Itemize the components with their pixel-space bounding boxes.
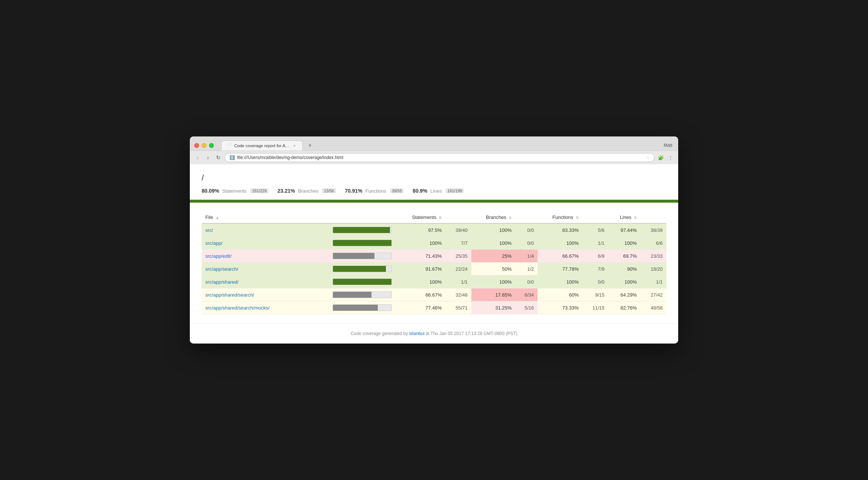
- stmt-pct-cell: 100%: [396, 237, 445, 250]
- line-num-cell: 1/1: [640, 276, 666, 288]
- fn-num-cell: 0/0: [582, 276, 608, 288]
- functions-sort-icon: ⇅: [576, 216, 579, 220]
- stmt-pct-cell: 66.67%: [396, 288, 445, 301]
- functions-badge: 39/55: [390, 188, 404, 193]
- functions-pct: 70.91%: [345, 188, 362, 194]
- branch-num-cell: 0/0: [515, 237, 538, 250]
- active-tab[interactable]: 📄 Code coverage report for All fi ×: [221, 141, 303, 151]
- file-link[interactable]: src/app/shared/search/mocks/: [205, 305, 269, 311]
- tab-close-button[interactable]: ×: [292, 143, 297, 148]
- progress-cell: [330, 301, 396, 314]
- address-bar[interactable]: ℹ️ file:///Users/mraible/dev/ng-demo/cov…: [225, 153, 655, 162]
- th-statements-label: Statements: [412, 214, 437, 220]
- footer: Code coverage generated by istanbul at T…: [190, 323, 678, 344]
- file-link[interactable]: src/: [205, 227, 213, 233]
- branch-num-cell: 6/34: [515, 288, 538, 301]
- file-cell: src/: [202, 223, 330, 237]
- title-bar-top: 📄 Code coverage report for All fi × + Ma…: [190, 136, 678, 151]
- branch-pct-cell: 50%: [471, 263, 515, 276]
- fn-num-cell: 1/1: [582, 237, 608, 250]
- file-cell: src/app/shared/search/: [202, 288, 330, 301]
- branch-num-cell: 5/16: [515, 301, 538, 314]
- branch-pct-cell: 100%: [471, 276, 515, 288]
- file-link[interactable]: src/app/shared/: [205, 279, 239, 285]
- maximize-button[interactable]: [209, 143, 214, 148]
- progress-cell: [330, 237, 396, 250]
- line-num-cell: 27/42: [640, 288, 666, 301]
- file-link[interactable]: src/app/edit/: [205, 253, 232, 259]
- coverage-table: File ▲ Statements ⇅ Branches ⇅: [202, 212, 666, 314]
- table-row: src/app/100%7/7100%0/0100%1/1100%6/6: [202, 237, 666, 250]
- branch-num-cell: 0/0: [515, 223, 538, 237]
- th-lines-label: Lines: [620, 214, 631, 220]
- fn-num-cell: 5/6: [582, 223, 608, 237]
- line-num-cell: 48/58: [640, 301, 666, 314]
- branches-sort-icon: ⇅: [509, 216, 512, 220]
- th-functions[interactable]: Functions ⇅: [538, 212, 582, 223]
- th-file-label: File: [205, 214, 213, 220]
- more-icon[interactable]: ⋮: [666, 153, 674, 162]
- refresh-button[interactable]: ↻: [214, 153, 222, 162]
- footer-text-before: Code coverage generated by: [351, 331, 409, 336]
- fn-pct-cell: 77.78%: [538, 263, 582, 276]
- minimize-button[interactable]: [202, 143, 206, 148]
- tab-favicon-icon: 📄: [227, 143, 232, 148]
- fn-pct-cell: 73.33%: [538, 301, 582, 314]
- fn-num-cell: 6/9: [582, 250, 608, 263]
- th-branches-num: [515, 212, 538, 223]
- th-statements[interactable]: Statements ⇅: [396, 212, 445, 223]
- branch-pct-cell: 100%: [471, 223, 515, 237]
- traffic-lights: [194, 143, 214, 148]
- sort-asc-icon: ▲: [216, 216, 219, 220]
- forward-button[interactable]: ›: [204, 153, 212, 162]
- branch-pct-cell: 17.65%: [471, 288, 515, 301]
- file-link[interactable]: src/app/search/: [205, 266, 238, 272]
- file-cell: src/app/shared/search/mocks/: [202, 301, 330, 314]
- branches-pct: 23.21%: [277, 188, 295, 194]
- extensions-icon[interactable]: 🧩: [657, 153, 665, 162]
- branch-num-cell: 1/2: [515, 263, 538, 276]
- browser-window: 📄 Code coverage report for All fi × + Ma…: [190, 136, 678, 344]
- fn-pct-cell: 100%: [538, 276, 582, 288]
- summary-bar: 80.09% Statements 181/226 23.21% Branche…: [202, 188, 666, 200]
- fn-pct-cell: 66.67%: [538, 250, 582, 263]
- th-statements-num: [445, 212, 471, 223]
- th-lines-num: [640, 212, 666, 223]
- stmt-pct-cell: 91.67%: [396, 263, 445, 276]
- table-row: src/app/search/91.67%22/2450%1/277.78%7/…: [202, 263, 666, 276]
- file-link[interactable]: src/app/shared/search/: [205, 292, 254, 298]
- branches-label: Branches: [298, 188, 319, 194]
- bookmark-icon[interactable]: ☆: [646, 155, 650, 160]
- line-pct-cell: 90%: [608, 263, 640, 276]
- stmt-num-cell: 25/35: [445, 250, 471, 263]
- close-button[interactable]: [194, 143, 199, 148]
- breadcrumb: /: [202, 173, 666, 183]
- green-divider: [190, 200, 678, 203]
- line-num-cell: 23/33: [640, 250, 666, 263]
- address-bar-row: ‹ › ↻ ℹ️ file:///Users/mraible/dev/ng-de…: [190, 151, 678, 164]
- progress-cell: [330, 276, 396, 288]
- branch-num-cell: 1/4: [515, 250, 538, 263]
- th-lines[interactable]: Lines ⇅: [608, 212, 640, 223]
- th-functions-label: Functions: [552, 214, 573, 220]
- file-link[interactable]: src/app/: [205, 240, 222, 246]
- stmt-pct-cell: 77.46%: [396, 301, 445, 314]
- table-row: src/app/edit/71.43%25/3525%1/466.67%6/96…: [202, 250, 666, 263]
- new-tab-button[interactable]: +: [305, 140, 315, 151]
- page-content: / 80.09% Statements 181/226 23.21% Branc…: [190, 164, 678, 200]
- stmt-num-cell: 7/7: [445, 237, 471, 250]
- fn-num-cell: 9/15: [582, 288, 608, 301]
- statements-pct: 80.09%: [202, 188, 219, 194]
- progress-cell: [330, 250, 396, 263]
- back-button[interactable]: ‹: [194, 153, 202, 162]
- file-cell: src/app/: [202, 237, 330, 250]
- lines-badge: 161/199: [445, 188, 464, 193]
- stmt-pct-cell: 71.43%: [396, 250, 445, 263]
- th-branches[interactable]: Branches ⇅: [471, 212, 515, 223]
- fn-num-cell: 7/9: [582, 263, 608, 276]
- th-file[interactable]: File ▲: [202, 212, 330, 223]
- table-header-row: File ▲ Statements ⇅ Branches ⇅: [202, 212, 666, 223]
- stmt-num-cell: 32/48: [445, 288, 471, 301]
- lines-sort-icon: ⇅: [634, 216, 637, 220]
- istanbul-link[interactable]: istanbul: [409, 331, 424, 336]
